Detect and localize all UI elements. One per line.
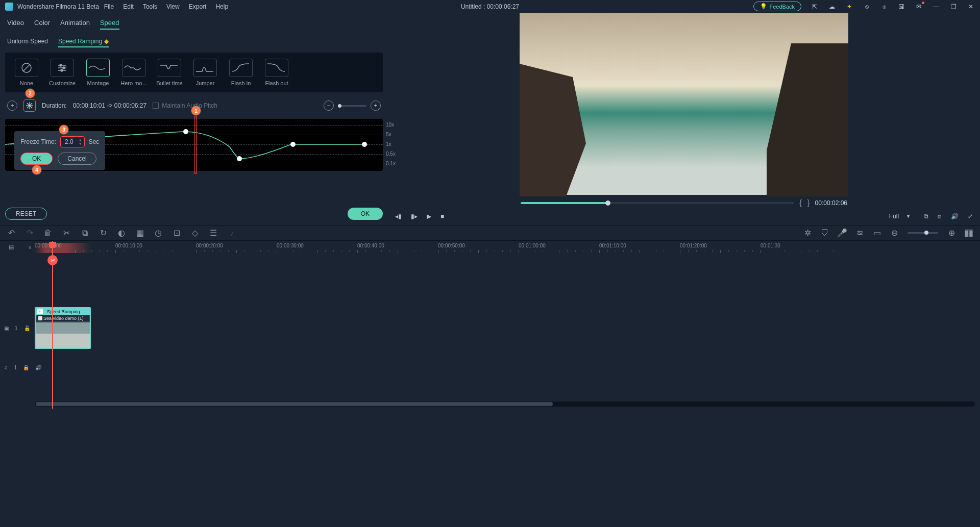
preset-montage[interactable]: Montage	[83, 59, 113, 86]
preview-scrubber[interactable]	[521, 202, 794, 204]
mark-out-icon[interactable]: }	[807, 198, 810, 208]
ok-button[interactable]: OK	[348, 208, 383, 220]
add-keyframe-button[interactable]: +	[7, 101, 17, 111]
keyframe-4[interactable]	[362, 142, 367, 147]
detach-icon[interactable]: ⊡	[173, 229, 181, 237]
green-screen-icon[interactable]: ▦	[136, 229, 144, 237]
stop-button[interactable]: ■	[440, 213, 444, 220]
timeline: ▤ ⌅ 00:00:00:0000:00:10:0000:00:20:0000:…	[0, 240, 980, 409]
color-tool-icon[interactable]: ◐	[117, 229, 126, 237]
lock-icon[interactable]: 🔓	[24, 325, 30, 331]
maximize-button[interactable]: ❐	[949, 3, 958, 11]
menu-view[interactable]: View	[166, 3, 180, 10]
redo-button[interactable]: ↷	[26, 229, 34, 237]
ruler-label: 00:01:00:00	[519, 243, 546, 248]
prev-frame-button[interactable]: ◂▮	[395, 213, 402, 220]
maintain-pitch[interactable]: Maintain Audio Pitch	[153, 102, 217, 109]
delete-button[interactable]: 🗑	[44, 229, 52, 237]
cloud-icon[interactable]: ☁	[828, 3, 836, 11]
duration-tool-icon[interactable]: ◷	[154, 229, 162, 237]
undo-button[interactable]: ↶	[7, 229, 15, 237]
fullscreen-icon[interactable]: ⤢	[968, 213, 973, 220]
ramp-playhead[interactable]: 1	[194, 116, 197, 174]
menu-edit[interactable]: Edit	[123, 3, 134, 10]
display-icon[interactable]: ⧉	[924, 213, 928, 220]
popover-ok-button[interactable]: OK 4	[20, 153, 53, 165]
feedback-button[interactable]: 💡 FeedBack	[753, 2, 801, 11]
timeline-scrollbar[interactable]	[35, 401, 975, 407]
tab-video[interactable]: Video	[7, 19, 24, 30]
voiceover-icon[interactable]: 🎤	[838, 229, 846, 237]
save-icon[interactable]: 🖫	[897, 3, 905, 11]
timeline-zoom-slider[interactable]	[908, 232, 938, 234]
timeline-ruler[interactable]: 00:00:00:0000:00:10:0000:00:20:0000:00:3…	[35, 243, 980, 255]
snapshot-icon[interactable]: ⧇	[938, 213, 942, 220]
project-title: Untitled : 00:00:06:27	[461, 3, 519, 10]
crop-button[interactable]: ⧉	[81, 229, 89, 237]
export-icon[interactable]: ⇱	[811, 3, 819, 11]
render-icon[interactable]: ✲	[803, 229, 812, 237]
mixer-icon[interactable]: ≋	[855, 229, 864, 237]
ramp-zoom-out-button[interactable]: −	[324, 101, 334, 111]
marker-icon[interactable]: ▭	[873, 229, 881, 237]
reset-button[interactable]: RESET	[5, 208, 47, 220]
menu-export[interactable]: Export	[189, 3, 207, 10]
zoom-in-button[interactable]: ⊕	[947, 229, 955, 237]
play-pause-button[interactable]: ▮▸	[411, 213, 418, 220]
sparkle-icon[interactable]: ✦	[845, 3, 853, 11]
headset-icon[interactable]: ⎋	[863, 3, 871, 11]
close-button[interactable]: ✕	[967, 3, 975, 11]
speed-tool-icon[interactable]: ↻	[99, 229, 107, 237]
preview-viewport[interactable]	[520, 13, 848, 195]
magnet-icon[interactable]: ⌅	[26, 243, 34, 251]
preview-time: 00:00:02:06	[815, 199, 847, 207]
tab-color[interactable]: Color	[34, 19, 50, 30]
keyframe-tool-icon[interactable]: ◇	[191, 229, 199, 237]
keyframe-3[interactable]	[290, 142, 296, 147]
tab-speed[interactable]: Speed	[100, 19, 119, 30]
menu-help[interactable]: Help	[215, 3, 228, 10]
subtab-uniform[interactable]: Uniform Speed	[7, 38, 48, 47]
zoom-out-button[interactable]: ⊖	[890, 229, 898, 237]
zoom-fit-button[interactable]: ▮▮	[965, 229, 973, 237]
audio-tool-icon[interactable]: ♪	[228, 229, 236, 237]
ramp-zoom-slider[interactable]	[338, 105, 366, 107]
menu-tools[interactable]: Tools	[143, 3, 157, 10]
menu-file[interactable]: File	[104, 3, 114, 10]
track-manager-icon[interactable]: ▤	[7, 243, 15, 251]
preset-bullet[interactable]: Bullet time	[154, 59, 185, 86]
lock-icon[interactable]: 🔓	[23, 365, 29, 370]
preset-customize[interactable]: Customize	[47, 59, 78, 86]
split-button[interactable]: ✂	[62, 229, 70, 237]
minimize-button[interactable]: ―	[932, 3, 940, 11]
mute-icon[interactable]: 🔊	[35, 365, 41, 370]
mail-icon[interactable]: ✉	[915, 3, 923, 11]
subtab-ramp[interactable]: Speed Ramping◆	[58, 38, 109, 47]
svg-point-6	[63, 67, 65, 69]
ramp-zoom-in-button[interactable]: +	[371, 101, 381, 111]
marker-shield-icon[interactable]: ⛉	[821, 229, 829, 237]
volume-icon[interactable]: 🔊	[951, 213, 959, 220]
tab-animation[interactable]: Animation	[60, 19, 90, 30]
preset-flashin[interactable]: Flash in	[226, 59, 256, 86]
preset-hero[interactable]: Hero mo...	[118, 59, 149, 86]
popover-cancel-button[interactable]: Cancel	[58, 153, 96, 165]
timeline-clip[interactable]: ▸ Speed Ramping Sea video demo (1)	[35, 307, 91, 349]
mark-in-icon[interactable]: {	[799, 198, 802, 208]
play-button[interactable]: ▶	[427, 213, 431, 220]
keyframe-2[interactable]	[237, 156, 242, 161]
snowflake-icon	[26, 102, 34, 110]
preset-jumper[interactable]: Jumper	[190, 59, 220, 86]
keyframe-1[interactable]	[183, 129, 188, 134]
stepper-icon[interactable]: ▲▼	[79, 138, 82, 145]
freeze-time-input[interactable]: 2.0 ▲▼	[60, 136, 85, 147]
timeline-playhead[interactable]: ✂	[52, 241, 53, 409]
adjust-icon[interactable]: ☰	[209, 229, 217, 237]
freeze-frame-button[interactable]: 2	[23, 99, 36, 112]
user-icon[interactable]: ⍟	[880, 3, 888, 11]
ruler-label: 00:00:40:00	[357, 243, 384, 248]
callout-2: 2	[26, 89, 35, 98]
preset-none[interactable]: None	[11, 59, 42, 86]
preset-flashout[interactable]: Flash out	[261, 59, 292, 86]
quality-select[interactable]: Full▼	[885, 212, 915, 221]
